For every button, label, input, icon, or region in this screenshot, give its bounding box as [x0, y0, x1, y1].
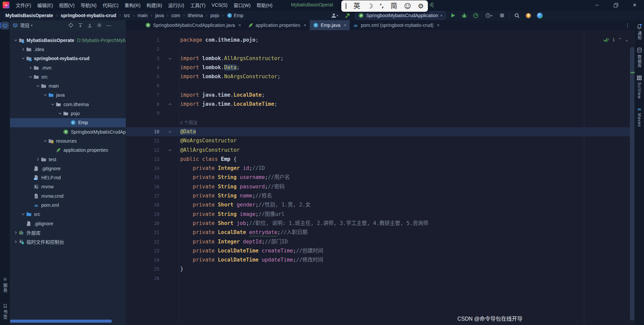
tree-item-.mvn[interactable]: .mvn: [10, 63, 126, 72]
code-editor[interactable]: 1package com.itheima.pojo;23import lombo…: [126, 30, 634, 325]
tab-options-button[interactable]: ⋮: [625, 20, 630, 30]
tree-item-.gitignore[interactable]: .gitignore: [10, 164, 126, 173]
menu-item-9[interactable]: VCS(S): [209, 1, 231, 9]
tree-item-临时文件和控制台[interactable]: 临时文件和控制台: [10, 237, 126, 246]
inspection-widget[interactable]: 1 ⌃ ⌄: [603, 37, 629, 42]
tree-item-mvnw[interactable]: mvnw: [10, 182, 126, 191]
code-line-14[interactable]: 14 private Integer id;//ID: [126, 164, 634, 173]
tree-item-src[interactable]: src: [10, 210, 126, 219]
tree-chevron[interactable]: [28, 66, 33, 69]
breadcrumb-item-Emp[interactable]: CEmp: [226, 12, 244, 19]
ime-button-1[interactable]: ☽: [367, 0, 373, 12]
plugin-sphere-button[interactable]: [536, 11, 544, 19]
fold-marker[interactable]: [159, 127, 180, 136]
profiler-button[interactable]: [472, 11, 480, 19]
tab-close-icon[interactable]: ×: [437, 22, 440, 28]
menu-item-0[interactable]: 文件(F): [13, 0, 34, 10]
code-line-4[interactable]: 4import lombok.Data;: [126, 63, 634, 72]
tree-chevron[interactable]: [28, 75, 33, 79]
tree-item-test[interactable]: test: [10, 155, 126, 164]
code-line-11[interactable]: 11@NoArgsConstructor: [126, 136, 634, 145]
tree-chevron[interactable]: [35, 84, 41, 88]
code-line-2[interactable]: 2: [126, 45, 634, 54]
menu-item-7[interactable]: 运行(U): [165, 0, 187, 10]
menu-item-3[interactable]: 导航(N): [78, 0, 99, 10]
tree-chevron[interactable]: [50, 103, 55, 106]
tree-chevron[interactable]: [42, 93, 48, 97]
left-stripe-服务[interactable]: 服务: [0, 277, 10, 293]
breadcrumb-item-pojo[interactable]: pojo: [210, 12, 220, 19]
code-line-20[interactable]: 20 private Short job;//职位, 说明: 1.班主任, 2.…: [126, 219, 634, 228]
tree-chevron[interactable]: [13, 231, 18, 234]
code-line-7[interactable]: 7import java.time.LocalDate;: [126, 91, 634, 100]
editor-scrollbar[interactable]: [630, 47, 634, 321]
code-line-19[interactable]: 19 private String image;//图像url: [126, 210, 634, 219]
editor-tab-SpringbootMybatisCrudApplication.java[interactable]: SpringbootMybatisCrudApplication.java×: [142, 20, 245, 30]
menu-item-10[interactable]: 窗口(W): [231, 0, 254, 10]
locate-file-button[interactable]: [68, 22, 73, 28]
menu-item-11[interactable]: 帮助(H): [254, 0, 276, 10]
prev-problem-button[interactable]: ⌃: [618, 37, 622, 42]
code-line-5[interactable]: 5import lombok.NoArgsConstructor;: [126, 72, 634, 81]
update-button[interactable]: [525, 11, 533, 19]
code-line-16[interactable]: 16 private String password;//密码: [126, 182, 634, 191]
right-stripe-数据库[interactable]: 数据库: [635, 44, 644, 72]
run-history-button[interactable]: ▾: [483, 11, 495, 19]
editor-tab-application.properties[interactable]: application.properties×: [245, 20, 310, 30]
tree-item-application.properties[interactable]: application.properties: [10, 146, 126, 155]
tree-item-外部库[interactable]: 外部库: [10, 228, 126, 237]
menu-item-4[interactable]: 代码(C): [100, 0, 121, 10]
fold-marker[interactable]: [159, 54, 180, 63]
horizontal-scrollbar[interactable]: [10, 320, 112, 323]
run-button[interactable]: [449, 11, 457, 19]
right-stripe-通知[interactable]: 通知: [635, 20, 644, 44]
breadcrumb-item-MybatisBasisOperate[interactable]: MybatisBasisOperate: [5, 12, 54, 19]
breadcrumb-item-springboot-mybatis-crud[interactable]: springboot-mybatis-crud: [60, 12, 117, 19]
ime-button-5[interactable]: ⚙: [418, 0, 424, 12]
tab-close-icon[interactable]: ×: [238, 22, 241, 28]
tree-item-com.itheima[interactable]: com.itheima: [10, 100, 126, 109]
ime-button-0[interactable]: 英: [353, 0, 360, 12]
collapse-all-button[interactable]: [87, 23, 92, 28]
ime-button-3[interactable]: 简: [391, 0, 397, 12]
tree-item-main[interactable]: main: [10, 81, 126, 90]
tab-close-icon[interactable]: ×: [304, 22, 306, 28]
tree-item-springboot-mybatis-crud[interactable]: springboot-mybatis-crud: [10, 54, 126, 63]
breadcrumb-item-main[interactable]: main: [137, 12, 148, 19]
code-line-9[interactable]: 9: [126, 109, 634, 118]
tree-item-pom.xml[interactable]: mpom.xml: [10, 200, 126, 210]
tree-chevron[interactable]: [57, 112, 63, 115]
right-stripe-SciView[interactable]: SciView: [635, 72, 644, 103]
code-line-24[interactable]: 24 private LocalDateTime updateTime;//修改…: [126, 256, 634, 265]
tree-item-SpringbootMybatisCrudApplication[interactable]: SpringbootMybatisCrudApplication: [10, 127, 126, 136]
tree-chevron[interactable]: [20, 213, 26, 216]
tree-item-MybatisBasisOperate[interactable]: MybatisBasisOperateD:\Mybatis-Project\My…: [10, 36, 126, 45]
code-line-12[interactable]: 12@AllArgsConstructor: [126, 146, 634, 155]
tree-item-mvnw.cmd[interactable]: mvnw.cmd: [10, 191, 126, 200]
menu-item-6[interactable]: 构建(B): [144, 0, 165, 10]
code-line-10[interactable]: 10@Data: [126, 127, 634, 136]
tree-item-Emp[interactable]: CEmp: [10, 118, 126, 127]
breadcrumb-item-java[interactable]: java: [154, 12, 164, 19]
tree-item-pojo[interactable]: pojo: [10, 109, 126, 118]
fold-marker[interactable]: [159, 100, 180, 109]
scroll-from-source-button[interactable]: [78, 23, 83, 28]
run-configuration-select[interactable]: SpringbootMybatisCrudApplication ▾: [355, 11, 446, 19]
code-line-22[interactable]: 22 private Integer deptId;//部门ID: [126, 237, 634, 246]
tree-chevron[interactable]: [42, 139, 48, 143]
code-line-17[interactable]: 17 private String name;//姓名: [126, 191, 634, 200]
right-stripe-Maven[interactable]: mMaven: [635, 103, 644, 131]
menu-item-5[interactable]: 重构(R): [121, 0, 143, 10]
tree-chevron[interactable]: [35, 158, 41, 161]
tree-item-java[interactable]: java: [10, 91, 126, 100]
ime-button-2[interactable]: ’,: [380, 0, 384, 12]
code-line-8[interactable]: 8import java.time.LocalDateTime;: [126, 100, 634, 109]
editor-tab-pom.xml (springboot-mybatis-crud)[interactable]: mpom.xml (springboot-mybatis-crud)×: [350, 20, 443, 30]
left-stripe-书签[interactable]: 书签: [0, 304, 10, 320]
tree-item-resources[interactable]: resources: [10, 136, 126, 145]
code-line-13[interactable]: 13public class Emp {: [126, 155, 634, 164]
tree-chevron[interactable]: [13, 240, 18, 243]
code-line-21[interactable]: 21 private LocalDate entrydate;//入职日期: [126, 228, 634, 237]
maximize-button[interactable]: [606, 0, 625, 10]
menu-item-2[interactable]: 视图(V): [56, 0, 78, 10]
